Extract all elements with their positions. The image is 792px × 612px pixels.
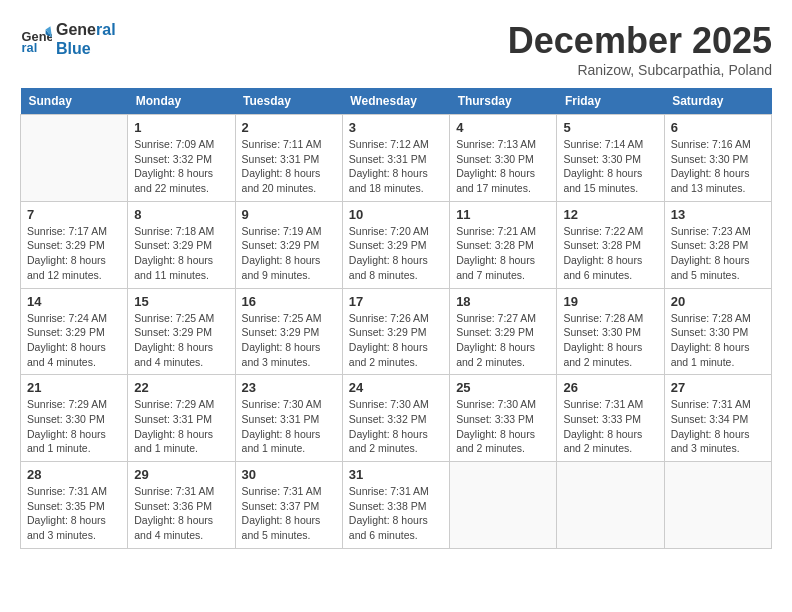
calendar-cell: 8Sunrise: 7:18 AMSunset: 3:29 PMDaylight… [128,201,235,288]
weekday-header-wednesday: Wednesday [342,88,449,115]
calendar-cell: 18Sunrise: 7:27 AMSunset: 3:29 PMDayligh… [450,288,557,375]
day-number: 20 [671,294,765,309]
day-info: Sunrise: 7:25 AMSunset: 3:29 PMDaylight:… [242,311,336,370]
day-info: Sunrise: 7:31 AMSunset: 3:36 PMDaylight:… [134,484,228,543]
day-number: 1 [134,120,228,135]
weekday-header-saturday: Saturday [664,88,771,115]
calendar-cell: 13Sunrise: 7:23 AMSunset: 3:28 PMDayligh… [664,201,771,288]
day-number: 23 [242,380,336,395]
day-info: Sunrise: 7:12 AMSunset: 3:31 PMDaylight:… [349,137,443,196]
day-info: Sunrise: 7:20 AMSunset: 3:29 PMDaylight:… [349,224,443,283]
calendar-cell: 15Sunrise: 7:25 AMSunset: 3:29 PMDayligh… [128,288,235,375]
calendar-cell: 28Sunrise: 7:31 AMSunset: 3:35 PMDayligh… [21,462,128,549]
day-info: Sunrise: 7:31 AMSunset: 3:38 PMDaylight:… [349,484,443,543]
day-number: 12 [563,207,657,222]
day-number: 8 [134,207,228,222]
day-number: 2 [242,120,336,135]
day-number: 21 [27,380,121,395]
day-number: 14 [27,294,121,309]
day-number: 6 [671,120,765,135]
calendar-table: SundayMondayTuesdayWednesdayThursdayFrid… [20,88,772,549]
day-number: 27 [671,380,765,395]
day-number: 11 [456,207,550,222]
logo-icon: Gene ral [20,23,52,55]
day-info: Sunrise: 7:24 AMSunset: 3:29 PMDaylight:… [27,311,121,370]
day-number: 15 [134,294,228,309]
calendar-week-2: 7Sunrise: 7:17 AMSunset: 3:29 PMDaylight… [21,201,772,288]
day-info: Sunrise: 7:22 AMSunset: 3:28 PMDaylight:… [563,224,657,283]
day-info: Sunrise: 7:09 AMSunset: 3:32 PMDaylight:… [134,137,228,196]
day-number: 28 [27,467,121,482]
day-number: 30 [242,467,336,482]
day-info: Sunrise: 7:19 AMSunset: 3:29 PMDaylight:… [242,224,336,283]
day-info: Sunrise: 7:23 AMSunset: 3:28 PMDaylight:… [671,224,765,283]
calendar-cell: 24Sunrise: 7:30 AMSunset: 3:32 PMDayligh… [342,375,449,462]
day-info: Sunrise: 7:31 AMSunset: 3:34 PMDaylight:… [671,397,765,456]
calendar-cell: 26Sunrise: 7:31 AMSunset: 3:33 PMDayligh… [557,375,664,462]
calendar-cell: 9Sunrise: 7:19 AMSunset: 3:29 PMDaylight… [235,201,342,288]
day-number: 5 [563,120,657,135]
location-subtitle: Ranizow, Subcarpathia, Poland [508,62,772,78]
logo: Gene ral General Blue [20,20,116,58]
day-number: 22 [134,380,228,395]
calendar-cell [21,115,128,202]
calendar-cell: 7Sunrise: 7:17 AMSunset: 3:29 PMDaylight… [21,201,128,288]
day-info: Sunrise: 7:13 AMSunset: 3:30 PMDaylight:… [456,137,550,196]
page-header: Gene ral General Blue December 2025 Rani… [20,20,772,78]
calendar-cell: 14Sunrise: 7:24 AMSunset: 3:29 PMDayligh… [21,288,128,375]
day-number: 7 [27,207,121,222]
day-info: Sunrise: 7:17 AMSunset: 3:29 PMDaylight:… [27,224,121,283]
day-info: Sunrise: 7:29 AMSunset: 3:31 PMDaylight:… [134,397,228,456]
day-info: Sunrise: 7:14 AMSunset: 3:30 PMDaylight:… [563,137,657,196]
day-number: 9 [242,207,336,222]
calendar-cell: 10Sunrise: 7:20 AMSunset: 3:29 PMDayligh… [342,201,449,288]
day-number: 17 [349,294,443,309]
calendar-cell: 31Sunrise: 7:31 AMSunset: 3:38 PMDayligh… [342,462,449,549]
day-info: Sunrise: 7:16 AMSunset: 3:30 PMDaylight:… [671,137,765,196]
calendar-cell [664,462,771,549]
day-info: Sunrise: 7:11 AMSunset: 3:31 PMDaylight:… [242,137,336,196]
day-info: Sunrise: 7:28 AMSunset: 3:30 PMDaylight:… [671,311,765,370]
calendar-cell: 4Sunrise: 7:13 AMSunset: 3:30 PMDaylight… [450,115,557,202]
calendar-week-5: 28Sunrise: 7:31 AMSunset: 3:35 PMDayligh… [21,462,772,549]
calendar-cell: 12Sunrise: 7:22 AMSunset: 3:28 PMDayligh… [557,201,664,288]
weekday-header-tuesday: Tuesday [235,88,342,115]
weekday-header-friday: Friday [557,88,664,115]
calendar-cell: 22Sunrise: 7:29 AMSunset: 3:31 PMDayligh… [128,375,235,462]
title-block: December 2025 Ranizow, Subcarpathia, Pol… [508,20,772,78]
calendar-cell: 21Sunrise: 7:29 AMSunset: 3:30 PMDayligh… [21,375,128,462]
calendar-cell [450,462,557,549]
weekday-header-sunday: Sunday [21,88,128,115]
calendar-week-3: 14Sunrise: 7:24 AMSunset: 3:29 PMDayligh… [21,288,772,375]
day-info: Sunrise: 7:18 AMSunset: 3:29 PMDaylight:… [134,224,228,283]
day-number: 29 [134,467,228,482]
day-info: Sunrise: 7:30 AMSunset: 3:32 PMDaylight:… [349,397,443,456]
calendar-cell: 23Sunrise: 7:30 AMSunset: 3:31 PMDayligh… [235,375,342,462]
day-info: Sunrise: 7:29 AMSunset: 3:30 PMDaylight:… [27,397,121,456]
calendar-cell: 20Sunrise: 7:28 AMSunset: 3:30 PMDayligh… [664,288,771,375]
weekday-header-thursday: Thursday [450,88,557,115]
day-info: Sunrise: 7:28 AMSunset: 3:30 PMDaylight:… [563,311,657,370]
calendar-cell: 29Sunrise: 7:31 AMSunset: 3:36 PMDayligh… [128,462,235,549]
weekday-header-row: SundayMondayTuesdayWednesdayThursdayFrid… [21,88,772,115]
calendar-cell: 1Sunrise: 7:09 AMSunset: 3:32 PMDaylight… [128,115,235,202]
calendar-cell: 19Sunrise: 7:28 AMSunset: 3:30 PMDayligh… [557,288,664,375]
day-number: 25 [456,380,550,395]
day-number: 24 [349,380,443,395]
logo-text2: Blue [56,39,116,58]
day-info: Sunrise: 7:30 AMSunset: 3:31 PMDaylight:… [242,397,336,456]
calendar-cell: 25Sunrise: 7:30 AMSunset: 3:33 PMDayligh… [450,375,557,462]
day-number: 3 [349,120,443,135]
logo-text: General [56,20,116,39]
calendar-week-4: 21Sunrise: 7:29 AMSunset: 3:30 PMDayligh… [21,375,772,462]
day-number: 31 [349,467,443,482]
calendar-cell: 3Sunrise: 7:12 AMSunset: 3:31 PMDaylight… [342,115,449,202]
day-info: Sunrise: 7:25 AMSunset: 3:29 PMDaylight:… [134,311,228,370]
calendar-week-1: 1Sunrise: 7:09 AMSunset: 3:32 PMDaylight… [21,115,772,202]
day-number: 4 [456,120,550,135]
day-info: Sunrise: 7:21 AMSunset: 3:28 PMDaylight:… [456,224,550,283]
calendar-cell: 5Sunrise: 7:14 AMSunset: 3:30 PMDaylight… [557,115,664,202]
day-number: 26 [563,380,657,395]
day-number: 16 [242,294,336,309]
calendar-cell: 17Sunrise: 7:26 AMSunset: 3:29 PMDayligh… [342,288,449,375]
